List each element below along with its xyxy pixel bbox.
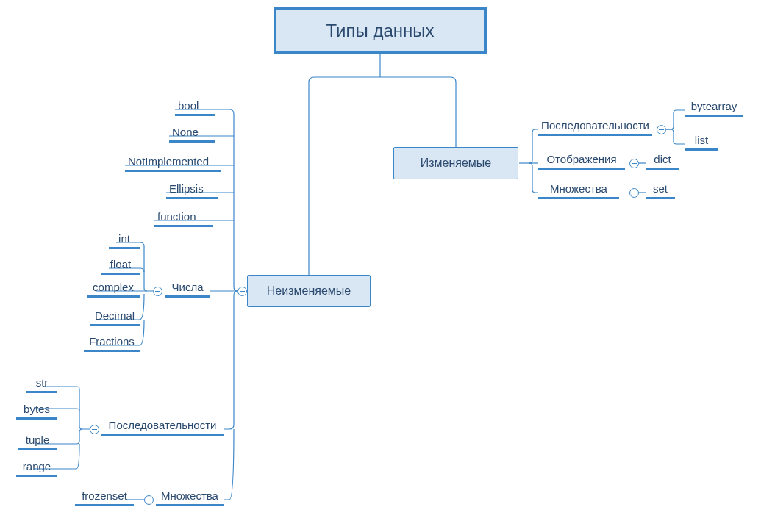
leaf-function[interactable]: function [154, 209, 213, 227]
leaf-str[interactable]: str [26, 375, 57, 393]
immutable-node[interactable]: Неизменяемые [247, 275, 371, 307]
mutable-node[interactable]: Изменяемые [393, 147, 518, 179]
leaf-dict[interactable]: dict [646, 151, 679, 170]
collapse-icon[interactable] [237, 287, 247, 296]
mutable-sets[interactable]: Множества [538, 181, 619, 199]
leaf-bytearray[interactable]: bytearray [685, 98, 743, 117]
leaf-none[interactable]: None [169, 124, 215, 143]
root-node[interactable]: Типы данных [274, 7, 487, 54]
collapse-icon[interactable] [657, 125, 666, 134]
leaf-notimpl[interactable]: NotImplemented [125, 154, 221, 172]
leaf-fractions[interactable]: Fractions [84, 334, 140, 352]
collapse-icon[interactable] [629, 159, 639, 168]
mutable-label: Изменяемые [421, 157, 492, 170]
leaf-set[interactable]: set [646, 181, 675, 199]
collapse-icon[interactable] [629, 188, 639, 198]
collapse-icon[interactable] [90, 425, 99, 434]
mutable-sequences[interactable]: Последовательности [538, 118, 652, 136]
leaf-complex[interactable]: complex [87, 279, 140, 298]
immutable-sequences[interactable]: Последовательности [101, 417, 224, 436]
root-label: Типы данных [326, 21, 434, 41]
leaf-float[interactable]: float [101, 256, 140, 275]
collapse-icon[interactable] [144, 495, 154, 505]
collapse-icon[interactable] [153, 287, 162, 296]
leaf-frozenset[interactable]: frozenset [75, 488, 134, 506]
leaf-bytes[interactable]: bytes [16, 401, 57, 420]
leaf-list[interactable]: list [685, 132, 718, 151]
leaf-int[interactable]: int [109, 231, 140, 249]
immutable-numbers[interactable]: Числа [165, 279, 210, 298]
mutable-mappings[interactable]: Отображения [538, 151, 625, 170]
leaf-decimal[interactable]: Decimal [90, 308, 140, 326]
leaf-ellipsis[interactable]: Ellipsis [166, 181, 218, 199]
immutable-sets[interactable]: Множества [156, 488, 224, 506]
leaf-bool[interactable]: bool [175, 98, 215, 116]
leaf-tuple[interactable]: tuple [18, 432, 57, 450]
immutable-label: Неизменяемые [267, 284, 351, 298]
leaf-range[interactable]: range [16, 459, 57, 477]
